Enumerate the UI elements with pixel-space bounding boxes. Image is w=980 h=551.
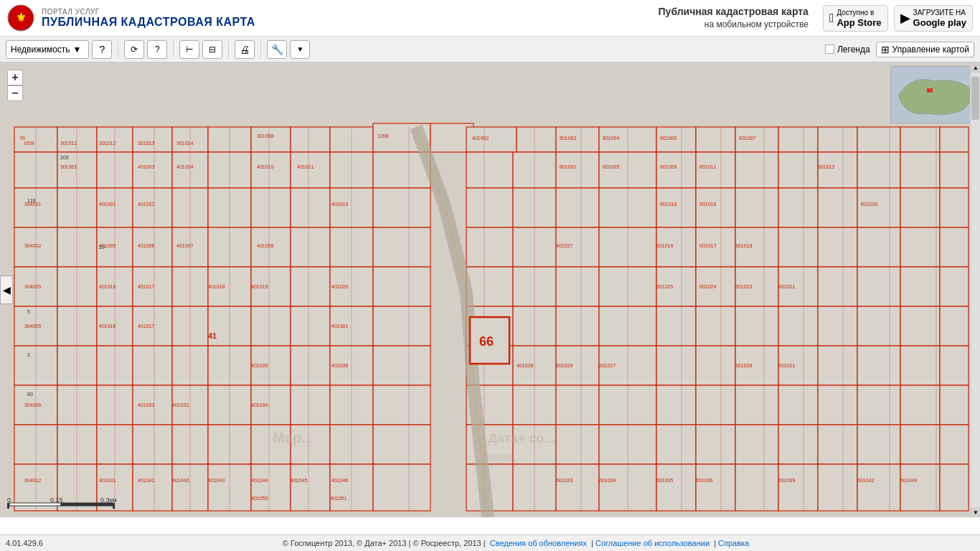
- svg-rect-138: [57, 346, 97, 385]
- svg-text:401044: 401044: [251, 478, 268, 483]
- help-link[interactable]: Справка: [718, 539, 749, 547]
- extra-settings-button[interactable]: ▼: [290, 40, 310, 59]
- toolbar: Недвижимость ▼ ? ⟳ ? ⊢ ⊟ 🖨 🔧 ▼ Легенда ⊞…: [0, 37, 980, 62]
- svg-rect-133: [818, 306, 857, 346]
- svg-text:401038: 401038: [517, 363, 533, 368]
- info-button[interactable]: ?: [147, 40, 167, 59]
- svg-rect-220: [778, 464, 818, 511]
- svg-text:601018: 601018: [660, 202, 677, 207]
- svg-rect-180: [940, 385, 969, 425]
- svg-text:119: 119: [27, 198, 36, 203]
- legend-button[interactable]: Легенда: [825, 44, 870, 55]
- svg-rect-130: [696, 306, 735, 346]
- wrench-icon: 🔧: [271, 44, 283, 55]
- svg-text:76: 76: [19, 136, 25, 141]
- info-icon: ?: [155, 44, 160, 55]
- svg-rect-88: [778, 227, 818, 267]
- zoom-in-button[interactable]: +: [7, 70, 23, 85]
- svg-rect-100: [291, 267, 330, 306]
- svg-rect-160: [57, 385, 97, 425]
- svg-rect-221: [818, 464, 857, 511]
- svg-text:401018: 401018: [208, 284, 225, 289]
- svg-rect-26: [940, 127, 969, 152]
- svg-text:401901: 401901: [331, 324, 348, 329]
- toolbar-separator-2: [173, 41, 174, 58]
- svg-rect-116: [57, 306, 97, 346]
- reset-button[interactable]: ⟳: [124, 40, 144, 59]
- help-tool-button[interactable]: ?: [92, 40, 112, 59]
- svg-rect-46: [857, 152, 900, 188]
- svg-rect-90: [857, 227, 900, 267]
- svg-text:601034: 601034: [599, 478, 616, 483]
- appstore-badge[interactable]:  Доступно в App Store: [823, 5, 888, 32]
- svg-text:401001: 401001: [99, 202, 116, 207]
- svg-text:2: 2: [27, 352, 30, 357]
- svg-text:401034: 401034: [251, 402, 268, 408]
- map-scrollbar-vertical[interactable]: ▲ ▼: [970, 62, 980, 517]
- footer: 4.01.429.6 © Госпицентр 2013, © Дата+ 20…: [0, 534, 980, 551]
- map-title: ПУБЛИЧНАЯ КАДАСТРОВАЯ КАРТА: [42, 16, 255, 29]
- svg-rect-175: [735, 385, 778, 425]
- property-type-select[interactable]: Недвижимость ▼: [6, 40, 89, 59]
- svg-rect-113: [900, 267, 940, 306]
- svg-rect-184: [133, 425, 172, 464]
- svg-text:Дата+ со...: Дата+ со...: [488, 431, 555, 446]
- svg-rect-196: [696, 425, 735, 464]
- svg-rect-156: [857, 346, 900, 385]
- scrollbar-thumb[interactable]: [971, 77, 979, 120]
- zoom-out-button[interactable]: −: [7, 85, 23, 101]
- print-icon: 🖨: [240, 44, 250, 55]
- svg-rect-105: [556, 267, 599, 306]
- svg-rect-347: [927, 88, 933, 93]
- settings-button[interactable]: 🔧: [267, 40, 287, 59]
- header: ⚜ ПОРТАЛ УСЛУГ ПУБЛИЧНАЯ КАДАСТРОВАЯ КАР…: [0, 0, 980, 37]
- svg-text:401902: 401902: [472, 136, 489, 141]
- measure-button[interactable]: ⊢: [179, 40, 199, 59]
- svg-rect-176: [778, 385, 818, 425]
- svg-rect-198: [778, 425, 818, 464]
- scrollbar-down-arrow[interactable]: ▼: [971, 507, 980, 517]
- minimap[interactable]: [890, 66, 976, 123]
- footer-copyright: © Госпицентр 2013, © Дата+ 2013 | © Роср…: [57, 539, 974, 547]
- svg-rect-342: [113, 503, 115, 509]
- svg-rect-7: [133, 127, 172, 152]
- svg-text:601035: 601035: [656, 478, 673, 483]
- manage-map-button[interactable]: ⊞ Управление картой: [876, 42, 974, 57]
- googleplay-badge[interactable]: ▶ ЗАГРУЗИТЕ НА Google play: [894, 5, 973, 32]
- svg-rect-202: [940, 425, 969, 464]
- svg-rect-151: [656, 346, 696, 385]
- svg-text:20: 20: [99, 245, 105, 250]
- pan-left-button[interactable]: ◀: [0, 276, 13, 304]
- svg-rect-114: [940, 267, 969, 306]
- svg-rect-30: [133, 152, 172, 188]
- svg-rect-140: [133, 346, 172, 385]
- svg-text:301013: 301013: [138, 141, 154, 146]
- agreement-link[interactable]: Соглашение об использовании: [595, 539, 710, 547]
- print-button[interactable]: 🖨: [235, 40, 255, 59]
- updates-link[interactable]: Сведения об обновлениях: [490, 539, 587, 547]
- svg-text:601007: 601007: [739, 136, 755, 141]
- svg-rect-190: [373, 425, 430, 464]
- svg-text:601033: 601033: [556, 478, 573, 483]
- legend-checkbox[interactable]: [825, 44, 834, 54]
- map-container[interactable]: 009 301011 301012 301013 301014 301008 1…: [0, 62, 980, 517]
- appstore-label: App Store: [837, 17, 881, 28]
- svg-text:5: 5: [27, 309, 30, 314]
- scrollbar-up-arrow[interactable]: ▲: [971, 62, 980, 72]
- svg-rect-63: [656, 188, 696, 227]
- toolbar-separator-1: [118, 41, 118, 58]
- svg-text:304005: 304005: [24, 324, 41, 329]
- toolbar-right: Легенда ⊞ Управление картой: [825, 42, 974, 57]
- svg-rect-112: [857, 267, 900, 306]
- svg-rect-16: [517, 127, 556, 152]
- svg-rect-217: [656, 464, 696, 511]
- svg-rect-33: [251, 152, 291, 188]
- svg-rect-122: [291, 306, 330, 346]
- svg-rect-50: [57, 188, 97, 227]
- svg-rect-48: [940, 152, 969, 188]
- area-button[interactable]: ⊟: [202, 40, 222, 59]
- map-canvas[interactable]: 009 301011 301012 301013 301014 301008 1…: [0, 62, 980, 517]
- svg-text:601009: 601009: [660, 164, 677, 169]
- svg-text:401011: 401011: [297, 164, 314, 169]
- svg-rect-131: [735, 306, 778, 346]
